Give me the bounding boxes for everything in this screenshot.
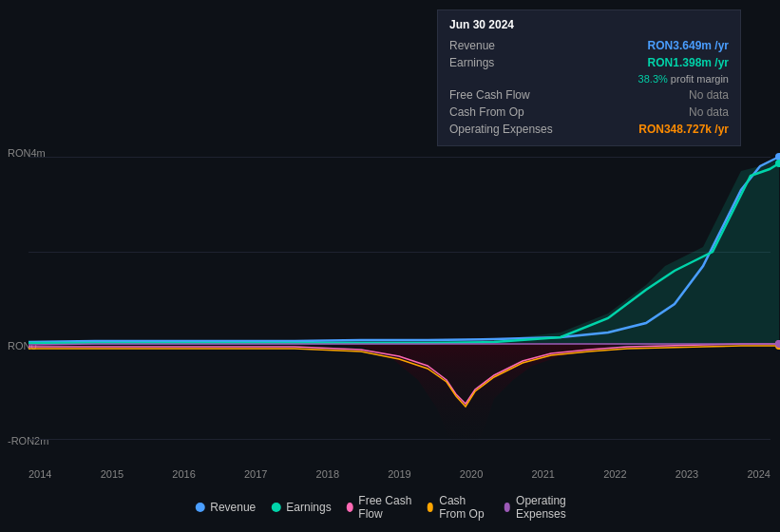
legend-item-earnings[interactable]: Earnings [271, 501, 331, 514]
revenue-label: Revenue [449, 39, 573, 52]
tooltip-row-earnings: Earnings RON1.398m /yr [449, 54, 729, 71]
legend-dot-revenue [195, 503, 204, 512]
chart-container: Jun 30 2024 Revenue RON3.649m /yr Earnin… [0, 0, 780, 532]
legend-dot-fcf [347, 503, 353, 512]
tooltip-row-cfo: Cash From Op No data [449, 104, 729, 121]
x-label-2017: 2017 [244, 468, 267, 480]
fcf-value: No data [689, 88, 729, 102]
legend-label-cfo: Cash From Op [439, 494, 488, 521]
chart-svg [0, 152, 780, 446]
x-label-2023: 2023 [675, 468, 698, 480]
x-label-2024: 2024 [747, 468, 770, 480]
earnings-fill [29, 160, 779, 344]
legend-dot-cfo [428, 503, 434, 512]
x-label-2022: 2022 [603, 468, 626, 480]
tooltip-row-opex: Operating Expenses RON348.727k /yr [449, 121, 729, 138]
legend-dot-opex [504, 503, 510, 512]
legend-item-fcf[interactable]: Free Cash Flow [347, 494, 412, 521]
x-label-2018: 2018 [316, 468, 339, 480]
x-label-2021: 2021 [531, 468, 554, 480]
chart-legend: Revenue Earnings Free Cash Flow Cash Fro… [195, 494, 585, 521]
tooltip-box: Jun 30 2024 Revenue RON3.649m /yr Earnin… [437, 10, 741, 146]
earnings-value: RON1.398m /yr [648, 56, 729, 69]
opex-label: Operating Expenses [449, 123, 573, 136]
x-label-2019: 2019 [388, 468, 410, 480]
negative-fill [323, 344, 627, 446]
cfo-value: No data [689, 105, 729, 119]
legend-dot-earnings [271, 503, 280, 512]
legend-label-revenue: Revenue [210, 501, 256, 514]
opex-value: RON348.727k /yr [638, 123, 729, 136]
x-axis-labels: 2014 2015 2016 2017 2018 2019 2020 2021 … [29, 468, 770, 480]
x-label-2020: 2020 [460, 468, 483, 480]
legend-item-revenue[interactable]: Revenue [195, 501, 256, 514]
profit-margin-value: 38.3% profit margin [638, 73, 729, 85]
legend-label-fcf: Free Cash Flow [358, 494, 411, 521]
fcf-label: Free Cash Flow [449, 88, 573, 102]
revenue-value: RON3.649m /yr [648, 39, 729, 52]
legend-item-opex[interactable]: Operating Expenses [504, 494, 584, 521]
tooltip-row-margin: 38.3% profit margin [449, 71, 729, 86]
x-label-2014: 2014 [29, 468, 51, 480]
tooltip-row-revenue: Revenue RON3.649m /yr [449, 37, 729, 54]
margin-label [449, 73, 573, 85]
legend-label-earnings: Earnings [286, 501, 331, 514]
tooltip-date: Jun 30 2024 [449, 18, 729, 31]
x-label-2015: 2015 [101, 468, 124, 480]
earnings-label: Earnings [449, 56, 573, 69]
legend-item-cfo[interactable]: Cash From Op [428, 494, 489, 521]
x-label-2016: 2016 [172, 468, 195, 480]
tooltip-row-fcf: Free Cash Flow No data [449, 86, 729, 104]
cfo-label: Cash From Op [449, 105, 573, 119]
legend-label-opex: Operating Expenses [516, 494, 585, 521]
